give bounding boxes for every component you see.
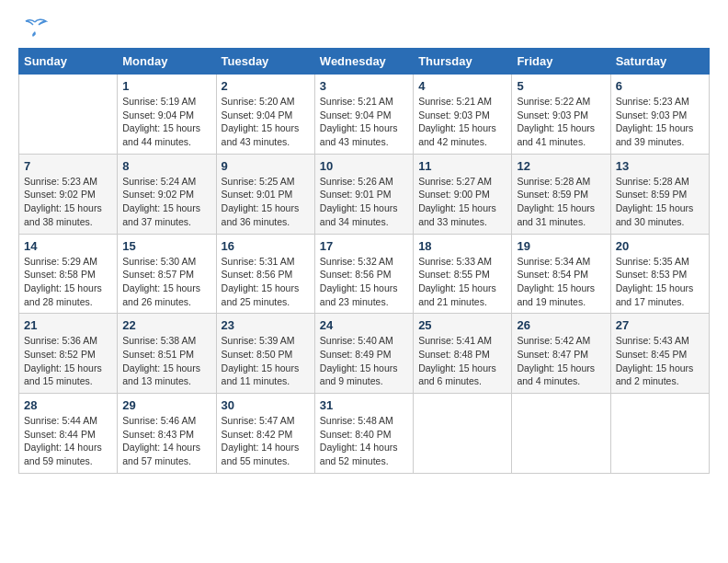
day-number: 16 <box>222 239 310 253</box>
day-info: Sunrise: 5:38 AM Sunset: 8:51 PM Dayligh… <box>122 334 210 388</box>
day-cell: 16Sunrise: 5:31 AM Sunset: 8:56 PM Dayli… <box>216 234 314 314</box>
day-cell: 14Sunrise: 5:29 AM Sunset: 8:58 PM Dayli… <box>19 234 118 314</box>
day-cell: 4Sunrise: 5:21 AM Sunset: 9:03 PM Daylig… <box>414 75 512 155</box>
day-number: 19 <box>517 239 605 253</box>
day-number: 17 <box>320 239 408 253</box>
day-number: 22 <box>122 318 210 332</box>
day-number: 21 <box>24 318 112 332</box>
day-cell: 30Sunrise: 5:47 AM Sunset: 8:42 PM Dayli… <box>216 394 314 474</box>
day-info: Sunrise: 5:36 AM Sunset: 8:52 PM Dayligh… <box>24 334 112 388</box>
day-cell: 25Sunrise: 5:41 AM Sunset: 8:48 PM Dayli… <box>414 314 512 394</box>
header-tuesday: Tuesday <box>216 49 314 75</box>
header-friday: Friday <box>512 49 610 75</box>
day-info: Sunrise: 5:42 AM Sunset: 8:47 PM Dayligh… <box>517 334 605 388</box>
header-wednesday: Wednesday <box>314 49 413 75</box>
day-cell: 1Sunrise: 5:19 AM Sunset: 9:04 PM Daylig… <box>118 75 216 155</box>
day-cell: 5Sunrise: 5:22 AM Sunset: 9:03 PM Daylig… <box>512 75 610 155</box>
day-cell: 13Sunrise: 5:28 AM Sunset: 8:59 PM Dayli… <box>610 154 709 234</box>
day-info: Sunrise: 5:34 AM Sunset: 8:54 PM Dayligh… <box>517 255 605 309</box>
week-row-3: 14Sunrise: 5:29 AM Sunset: 8:58 PM Dayli… <box>19 234 710 314</box>
day-info: Sunrise: 5:22 AM Sunset: 9:03 PM Dayligh… <box>517 95 605 149</box>
day-info: Sunrise: 5:21 AM Sunset: 9:04 PM Dayligh… <box>320 95 408 149</box>
day-cell: 23Sunrise: 5:39 AM Sunset: 8:50 PM Dayli… <box>216 314 314 394</box>
day-cell: 15Sunrise: 5:30 AM Sunset: 8:57 PM Dayli… <box>118 234 216 314</box>
day-number: 30 <box>222 398 310 412</box>
header-thursday: Thursday <box>414 49 512 75</box>
day-cell <box>610 394 709 474</box>
day-number: 24 <box>320 318 408 332</box>
calendar-header-row: SundayMondayTuesdayWednesdayThursdayFrid… <box>19 49 710 75</box>
logo-bird-icon <box>22 18 48 39</box>
day-cell: 18Sunrise: 5:33 AM Sunset: 8:55 PM Dayli… <box>414 234 512 314</box>
day-info: Sunrise: 5:21 AM Sunset: 9:03 PM Dayligh… <box>418 95 506 149</box>
day-info: Sunrise: 5:28 AM Sunset: 8:59 PM Dayligh… <box>616 175 704 229</box>
day-cell: 10Sunrise: 5:26 AM Sunset: 9:01 PM Dayli… <box>314 154 413 234</box>
day-info: Sunrise: 5:28 AM Sunset: 8:59 PM Dayligh… <box>517 175 605 229</box>
day-cell: 22Sunrise: 5:38 AM Sunset: 8:51 PM Dayli… <box>118 314 216 394</box>
day-info: Sunrise: 5:27 AM Sunset: 9:00 PM Dayligh… <box>418 175 506 229</box>
day-info: Sunrise: 5:46 AM Sunset: 8:43 PM Dayligh… <box>122 414 210 468</box>
header-saturday: Saturday <box>610 49 709 75</box>
day-info: Sunrise: 5:32 AM Sunset: 8:56 PM Dayligh… <box>320 255 408 309</box>
page-header <box>18 18 710 39</box>
day-number: 26 <box>517 318 605 332</box>
day-number: 6 <box>616 79 704 93</box>
day-number: 28 <box>24 398 112 412</box>
day-info: Sunrise: 5:31 AM Sunset: 8:56 PM Dayligh… <box>222 255 310 309</box>
day-number: 8 <box>122 159 210 173</box>
day-number: 27 <box>616 318 704 332</box>
day-cell: 8Sunrise: 5:24 AM Sunset: 9:02 PM Daylig… <box>118 154 216 234</box>
day-info: Sunrise: 5:23 AM Sunset: 9:03 PM Dayligh… <box>616 95 704 149</box>
day-number: 31 <box>320 398 408 412</box>
header-monday: Monday <box>118 49 216 75</box>
day-number: 9 <box>222 159 310 173</box>
day-info: Sunrise: 5:40 AM Sunset: 8:49 PM Dayligh… <box>320 334 408 388</box>
day-cell: 26Sunrise: 5:42 AM Sunset: 8:47 PM Dayli… <box>512 314 610 394</box>
day-number: 11 <box>418 159 506 173</box>
day-number: 12 <box>517 159 605 173</box>
day-cell <box>512 394 610 474</box>
day-cell <box>414 394 512 474</box>
logo <box>18 18 48 39</box>
day-info: Sunrise: 5:30 AM Sunset: 8:57 PM Dayligh… <box>122 255 210 309</box>
day-number: 5 <box>517 79 605 93</box>
day-number: 13 <box>616 159 704 173</box>
day-number: 4 <box>418 79 506 93</box>
day-cell: 7Sunrise: 5:23 AM Sunset: 9:02 PM Daylig… <box>19 154 118 234</box>
day-cell: 12Sunrise: 5:28 AM Sunset: 8:59 PM Dayli… <box>512 154 610 234</box>
day-number: 2 <box>222 79 310 93</box>
day-info: Sunrise: 5:29 AM Sunset: 8:58 PM Dayligh… <box>24 255 112 309</box>
day-cell: 2Sunrise: 5:20 AM Sunset: 9:04 PM Daylig… <box>216 75 314 155</box>
day-info: Sunrise: 5:23 AM Sunset: 9:02 PM Dayligh… <box>24 175 112 229</box>
day-info: Sunrise: 5:26 AM Sunset: 9:01 PM Dayligh… <box>320 175 408 229</box>
calendar-table: SundayMondayTuesdayWednesdayThursdayFrid… <box>18 48 710 474</box>
day-cell: 28Sunrise: 5:44 AM Sunset: 8:44 PM Dayli… <box>19 394 118 474</box>
day-info: Sunrise: 5:47 AM Sunset: 8:42 PM Dayligh… <box>222 414 310 468</box>
day-info: Sunrise: 5:48 AM Sunset: 8:40 PM Dayligh… <box>320 414 408 468</box>
day-cell: 24Sunrise: 5:40 AM Sunset: 8:49 PM Dayli… <box>314 314 413 394</box>
day-info: Sunrise: 5:20 AM Sunset: 9:04 PM Dayligh… <box>222 95 310 149</box>
day-number: 18 <box>418 239 506 253</box>
day-number: 10 <box>320 159 408 173</box>
day-cell: 20Sunrise: 5:35 AM Sunset: 8:53 PM Dayli… <box>610 234 709 314</box>
day-cell: 3Sunrise: 5:21 AM Sunset: 9:04 PM Daylig… <box>314 75 413 155</box>
day-info: Sunrise: 5:33 AM Sunset: 8:55 PM Dayligh… <box>418 255 506 309</box>
day-info: Sunrise: 5:41 AM Sunset: 8:48 PM Dayligh… <box>418 334 506 388</box>
day-cell: 19Sunrise: 5:34 AM Sunset: 8:54 PM Dayli… <box>512 234 610 314</box>
day-cell: 9Sunrise: 5:25 AM Sunset: 9:01 PM Daylig… <box>216 154 314 234</box>
day-cell: 29Sunrise: 5:46 AM Sunset: 8:43 PM Dayli… <box>118 394 216 474</box>
day-number: 23 <box>222 318 310 332</box>
day-number: 1 <box>122 79 210 93</box>
day-number: 20 <box>616 239 704 253</box>
day-number: 14 <box>24 239 112 253</box>
week-row-5: 28Sunrise: 5:44 AM Sunset: 8:44 PM Dayli… <box>19 394 710 474</box>
day-number: 7 <box>24 159 112 173</box>
week-row-1: 1Sunrise: 5:19 AM Sunset: 9:04 PM Daylig… <box>19 75 710 155</box>
day-cell: 6Sunrise: 5:23 AM Sunset: 9:03 PM Daylig… <box>610 75 709 155</box>
day-cell: 17Sunrise: 5:32 AM Sunset: 8:56 PM Dayli… <box>314 234 413 314</box>
day-info: Sunrise: 5:39 AM Sunset: 8:50 PM Dayligh… <box>222 334 310 388</box>
week-row-4: 21Sunrise: 5:36 AM Sunset: 8:52 PM Dayli… <box>19 314 710 394</box>
day-info: Sunrise: 5:44 AM Sunset: 8:44 PM Dayligh… <box>24 414 112 468</box>
day-cell: 27Sunrise: 5:43 AM Sunset: 8:45 PM Dayli… <box>610 314 709 394</box>
day-cell: 31Sunrise: 5:48 AM Sunset: 8:40 PM Dayli… <box>314 394 413 474</box>
